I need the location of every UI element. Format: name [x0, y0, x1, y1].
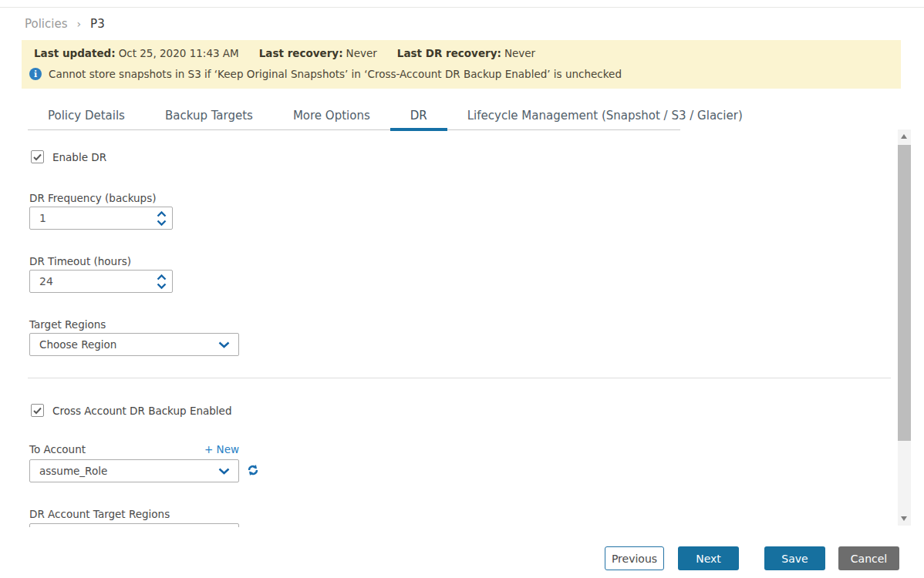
last-updated-label: Last updated:: [34, 47, 116, 59]
cross-account-dr-label: Cross Account DR Backup Enabled: [52, 405, 232, 417]
tab-policy-details[interactable]: Policy Details: [28, 105, 145, 129]
chevron-up-icon: [157, 211, 167, 217]
top-divider: [0, 7, 924, 8]
last-recovery-value: Never: [346, 47, 377, 59]
to-account-value: assume_Role: [30, 465, 218, 477]
tab-backup-targets[interactable]: Backup Targets: [145, 105, 273, 129]
dr-account-target-regions-label: DR Account Target Regions: [29, 508, 170, 520]
breadcrumb: Policies › P3: [25, 17, 105, 31]
checkbox-checked-icon[interactable]: [31, 404, 44, 417]
section-divider: [28, 378, 891, 378]
banner-status-row: Last updated:Oct 25, 2020 11:43 AM Last …: [34, 47, 535, 59]
dr-frequency-label: DR Frequency (backups): [29, 192, 156, 204]
chevron-down-icon: [157, 283, 167, 289]
to-account-select[interactable]: assume_Role: [29, 459, 239, 482]
scrollbar-thumb[interactable]: [898, 145, 911, 441]
chevron-right-icon: ›: [76, 18, 81, 30]
info-icon: i: [29, 68, 42, 80]
new-account-link[interactable]: + New: [204, 443, 239, 455]
target-regions-select[interactable]: Choose Region: [29, 333, 239, 356]
vertical-scrollbar[interactable]: [898, 129, 911, 526]
tab-lifecycle-management[interactable]: Lifecycle Management (Snapshot / S3 / Gl…: [447, 105, 763, 129]
last-recovery: Last recovery:Never: [259, 47, 377, 59]
to-account-label: To Account: [29, 443, 86, 455]
banner-info-row: i Cannot store snapshots in S3 if ‘Keep …: [29, 68, 622, 80]
chevron-down-icon: [218, 468, 230, 475]
enable-dr-label: Enable DR: [52, 151, 106, 163]
dr-frequency-input[interactable]: [30, 212, 150, 224]
refresh-icon[interactable]: [247, 464, 259, 476]
dr-timeout-field: [29, 270, 173, 293]
banner-info-text: Cannot store snapshots in S3 if ‘Keep Or…: [49, 68, 622, 80]
footer-actions: Previous Next Save Cancel: [605, 546, 899, 570]
chevron-down-icon: [157, 220, 167, 226]
target-regions-value: Choose Region: [30, 338, 218, 351]
dr-frequency-field: [29, 207, 173, 230]
breadcrumb-policies-link[interactable]: Policies: [25, 17, 67, 31]
last-dr-recovery: Last DR recovery:Never: [397, 47, 535, 59]
last-dr-recovery-label: Last DR recovery:: [397, 47, 501, 59]
chevron-down-icon: [218, 341, 230, 348]
last-dr-recovery-value: Never: [504, 47, 535, 59]
tab-more-options[interactable]: More Options: [273, 105, 390, 129]
checkbox-checked-icon[interactable]: [31, 150, 44, 163]
enable-dr-checkbox[interactable]: Enable DR: [31, 150, 106, 163]
previous-button[interactable]: Previous: [605, 546, 664, 570]
policy-tabs: Policy Details Backup Targets More Optio…: [28, 105, 680, 130]
dr-timeout-input[interactable]: [30, 275, 150, 287]
dr-account-target-regions-select[interactable]: [29, 523, 239, 527]
to-account-row: To Account + New: [29, 443, 239, 455]
scroll-down-arrow-icon[interactable]: [901, 516, 907, 521]
last-updated-value: Oct 25, 2020 11:43 AM: [119, 47, 239, 59]
scroll-up-arrow-icon[interactable]: [901, 134, 907, 139]
dr-frequency-stepper[interactable]: [150, 211, 172, 226]
dr-tab-content: Enable DR DR Frequency (backups) DR Time…: [0, 129, 924, 527]
next-button[interactable]: Next: [678, 546, 739, 570]
chevron-up-icon: [157, 274, 167, 281]
last-updated: Last updated:Oct 25, 2020 11:43 AM: [34, 47, 239, 59]
target-regions-label: Target Regions: [29, 318, 106, 331]
dr-timeout-stepper[interactable]: [150, 274, 172, 289]
tab-dr[interactable]: DR: [390, 105, 447, 129]
last-recovery-label: Last recovery:: [259, 47, 343, 59]
save-button[interactable]: Save: [764, 546, 825, 570]
cross-account-dr-checkbox[interactable]: Cross Account DR Backup Enabled: [31, 404, 232, 417]
breadcrumb-current-policy: P3: [90, 17, 105, 31]
cancel-button[interactable]: Cancel: [838, 546, 899, 570]
status-banner: Last updated:Oct 25, 2020 11:43 AM Last …: [22, 40, 901, 89]
dr-timeout-label: DR Timeout (hours): [29, 255, 131, 267]
